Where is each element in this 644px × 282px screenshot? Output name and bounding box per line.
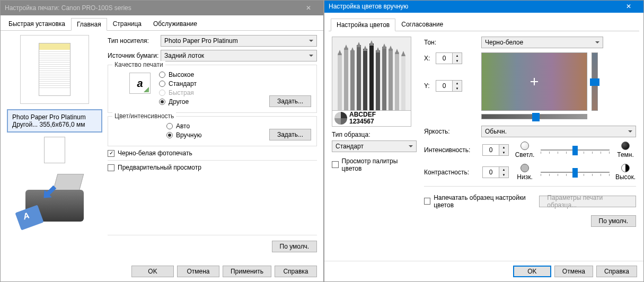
intensity-spinner[interactable]: ▲▼: [482, 144, 509, 156]
light-icon: [521, 142, 529, 150]
intensity-slider[interactable]: [541, 149, 610, 151]
default-button-right[interactable]: По умолч.: [591, 215, 636, 227]
info-size: Другой... 355,6x676,0 мм: [12, 121, 97, 128]
intensity-value[interactable]: [483, 145, 499, 155]
print-sample-params-button: Параметры печати образца...: [539, 196, 636, 207]
x-down[interactable]: ▼: [453, 58, 462, 64]
default-button-left[interactable]: По умолч.: [272, 241, 317, 252]
sample-text: ABCDEF 1234567: [349, 111, 376, 125]
x-spinner[interactable]: ▲▼: [436, 52, 462, 64]
media-type-select[interactable]: Photo Paper Pro Platinum: [161, 35, 317, 47]
brightness-value: Обычн.: [485, 128, 507, 135]
pie-icon: [334, 112, 347, 125]
intensity-label: Интенсивность:: [424, 146, 477, 154]
contrast-spinner[interactable]: ▲▼: [482, 166, 509, 178]
paper-source-label: Источник бумаги:: [108, 52, 161, 59]
quality-icon: a: [129, 73, 151, 94]
bw-checkbox[interactable]: [108, 150, 114, 157]
separator: [108, 235, 317, 235]
palette-checkbox[interactable]: [332, 161, 339, 168]
sample-type-label: Тип образца:: [332, 131, 417, 138]
radio-high[interactable]: Высокое: [159, 71, 269, 78]
chevron-down-icon: [409, 145, 413, 149]
color-intensity-legend: Цвет/интенсивность: [112, 112, 176, 120]
help-button-left[interactable]: Справка: [275, 266, 317, 277]
hue-thumb[interactable]: [532, 113, 540, 121]
bw-label: Черно-белая фотопечать: [118, 149, 192, 157]
tone-select[interactable]: Черно-белое: [481, 37, 603, 48]
contrast-slider[interactable]: [541, 172, 610, 173]
tone-label: Тон:: [424, 39, 477, 46]
tab-quick-setup[interactable]: Быстрая установка: [3, 17, 71, 30]
paper-source-select[interactable]: Задний лоток: [161, 50, 317, 61]
intensity-thumb[interactable]: [572, 146, 578, 155]
tone-thumb[interactable]: [590, 78, 599, 86]
quality-set-button[interactable]: Задать...: [269, 95, 311, 107]
tab-color-adjust[interactable]: Настройка цветов: [331, 19, 395, 31]
bw-checkbox-row[interactable]: Черно-белая фотопечать: [108, 149, 317, 157]
window-title-left: Настройка печати: Canon PRO-100S series: [5, 4, 298, 12]
palette-label: Просмотр палитры цветов: [342, 157, 417, 172]
high-contrast-icon: [621, 164, 630, 172]
contrast-value[interactable]: [483, 167, 499, 178]
contrast-right-label: Высок.: [615, 173, 636, 181]
contrast-left-label: Низк.: [517, 173, 532, 181]
main-panel: Тип носителя: Photo Paper Pro Platinum И…: [108, 35, 317, 252]
contrast-up[interactable]: ▲: [499, 167, 508, 172]
color-set-button[interactable]: Задать...: [269, 129, 311, 140]
cancel-button-right[interactable]: Отмена: [554, 266, 593, 277]
y-spinner[interactable]: ▲▼: [436, 80, 462, 92]
ok-button-right[interactable]: OK: [513, 266, 551, 277]
chevron-down-icon: [595, 41, 599, 46]
apply-button-left[interactable]: Применить: [223, 266, 271, 277]
preview-label: Предварительный просмотр: [118, 164, 201, 171]
help-button-right[interactable]: Справка: [596, 266, 637, 277]
radio-standard[interactable]: Стандарт: [159, 80, 269, 87]
tab-main[interactable]: Главная: [71, 18, 107, 31]
print-sample-checkbox[interactable]: [424, 198, 430, 205]
blank-preview-icon: [44, 137, 65, 163]
x-up[interactable]: ▲: [453, 53, 462, 58]
preview-panel: Photo Paper Pro Platinum Другой... 355,6…: [7, 35, 102, 232]
radio-manual[interactable]: Вручную: [166, 131, 269, 139]
print-sample-checkbox-row[interactable]: Напечатать образец настройки цветов: [424, 194, 539, 209]
tab-page[interactable]: Страница: [107, 17, 147, 30]
print-sample-label: Напечатать образец настройки цветов: [434, 194, 539, 209]
tabs-right: Настройка цветов Согласование: [329, 16, 639, 31]
tone-bar[interactable]: [592, 52, 598, 111]
y-label: Y:: [424, 82, 433, 90]
tab-maintenance[interactable]: Обслуживание: [147, 17, 203, 30]
controls-column: Тон: Черно-белое X: ▲▼: [424, 37, 636, 227]
tab-matching[interactable]: Согласование: [395, 18, 449, 31]
preview-checkbox-row[interactable]: Предварительный просмотр: [108, 164, 317, 171]
intensity-left-label: Светл.: [515, 151, 535, 158]
sample-type-select[interactable]: Стандарт: [332, 140, 417, 152]
paper-info-box: Photo Paper Pro Platinum Другой... 355,6…: [7, 109, 102, 133]
cancel-button-left[interactable]: Отмена: [177, 266, 219, 277]
brightness-select[interactable]: Обычн.: [481, 126, 636, 137]
quality-legend: Качество печати: [112, 61, 165, 68]
radio-auto[interactable]: Авто: [166, 122, 269, 130]
bottom-buttons-right: OK Отмена Справка: [324, 261, 643, 281]
close-button-left[interactable]: ✕: [298, 4, 319, 12]
palette-checkbox-row[interactable]: Просмотр палитры цветов: [332, 157, 417, 172]
color-target-icon: [531, 78, 538, 85]
ok-button-left[interactable]: OK: [131, 266, 174, 277]
paper-sheet-icon: [39, 43, 70, 96]
hue-bar[interactable]: [481, 114, 587, 119]
contrast-label: Контрастность:: [424, 169, 477, 176]
y-down[interactable]: ▼: [453, 86, 462, 91]
contrast-thumb[interactable]: [572, 168, 578, 178]
x-value[interactable]: [436, 53, 452, 64]
close-button-right[interactable]: ✕: [618, 3, 639, 10]
color-field[interactable]: [481, 52, 587, 111]
media-type-label: Тип носителя:: [108, 37, 161, 45]
radio-other[interactable]: Другое: [159, 98, 269, 105]
intensity-down[interactable]: ▼: [499, 150, 508, 155]
y-up[interactable]: ▲: [453, 81, 462, 86]
preview-checkbox[interactable]: [108, 164, 114, 171]
contrast-down[interactable]: ▼: [499, 172, 508, 178]
intensity-up[interactable]: ▲: [499, 145, 508, 150]
media-type-value: Photo Paper Pro Platinum: [164, 37, 238, 45]
y-value[interactable]: [436, 81, 452, 91]
